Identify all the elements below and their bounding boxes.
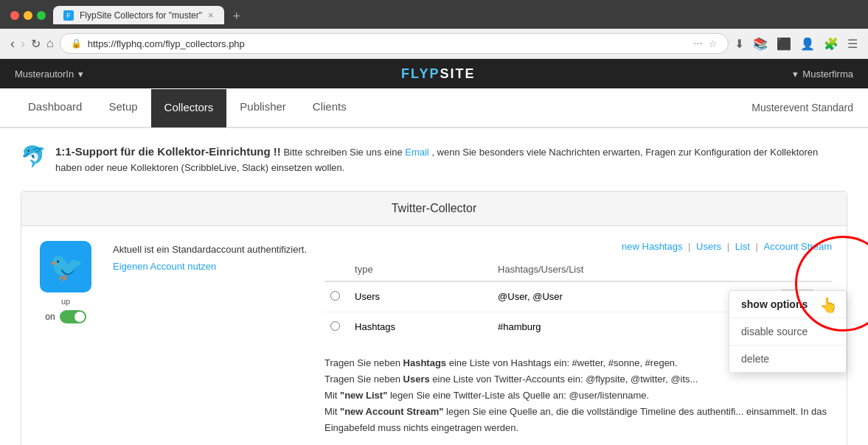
nav-clients[interactable]: Clients xyxy=(299,88,360,127)
col-type: type xyxy=(346,258,489,281)
table-section: new Hashtags | Users | List | Account St… xyxy=(324,241,832,436)
support-email-link[interactable]: Email xyxy=(405,147,429,158)
tab-close-icon[interactable]: × xyxy=(208,10,214,21)
sep2: | xyxy=(727,241,732,252)
col-value: Hashtags/Users/List xyxy=(489,258,743,281)
brand-suffix: Site xyxy=(440,66,475,81)
toggle-thumb xyxy=(74,312,85,322)
brand-prefix: Flyp xyxy=(401,66,440,81)
company-dropdown-icon: ▾ xyxy=(793,69,798,80)
account-link[interactable]: Eigenen Account nutzen xyxy=(113,261,216,272)
ellipsis-icon: ··· xyxy=(693,37,703,50)
collector-body: 🐦 up on Aktuell ist ein Standardaccount … xyxy=(21,226,847,445)
row2-value: #hamburg xyxy=(489,312,743,342)
traffic-lights xyxy=(10,11,46,20)
table-wrapper: type Hashtags/Users/List Users xyxy=(324,258,832,342)
app-header: MusterautorIn ▾ FlypSite ▾ Musterfirma xyxy=(0,59,868,88)
row2-radio-cell xyxy=(324,312,346,342)
dropdown-item-disable-source[interactable]: disable source xyxy=(729,318,846,345)
forward-button[interactable]: › xyxy=(21,36,25,52)
col-radio xyxy=(324,258,346,281)
bookmark-icon: ☆ xyxy=(709,38,718,49)
nav-setup[interactable]: Setup xyxy=(95,88,150,127)
row2-radio[interactable] xyxy=(330,321,340,331)
content: 🐬 1:1-Support für die Kollektor-Einricht… xyxy=(0,128,868,445)
sep3: | xyxy=(756,241,761,252)
traffic-light-yellow[interactable] xyxy=(24,11,32,20)
row1-value: @User, @User xyxy=(489,281,743,312)
refresh-button[interactable]: ↻ xyxy=(31,37,41,51)
account-stream-link[interactable]: Account Stream xyxy=(764,241,833,252)
support-body: Bitte schreiben Sie uns eine xyxy=(283,147,405,158)
extensions-icon[interactable]: 🧩 xyxy=(824,37,839,51)
nav-dashboard[interactable]: Dashboard xyxy=(15,88,95,127)
table-actions: new Hashtags | Users | List | Account St… xyxy=(324,241,832,252)
nav-publisher[interactable]: Publisher xyxy=(226,88,299,127)
dropdown-item-delete[interactable]: delete xyxy=(729,346,846,372)
user-dropdown-icon: ▾ xyxy=(78,69,83,80)
profile-icon[interactable]: 👤 xyxy=(800,37,815,51)
tab-title: FlypSite Collectors for "muster" xyxy=(80,10,202,21)
users-link[interactable]: Users xyxy=(696,241,721,252)
address-bar[interactable]: 🔒 https://flyphq.com/flyp_collectors.php… xyxy=(60,33,729,54)
dropdown-item-show-options[interactable]: show options xyxy=(729,291,846,318)
browser-toolbar-icons: ⬇ 📚 ⬛ 👤 🧩 ☰ xyxy=(735,37,858,51)
browser-toolbar: ‹ › ↻ ⌂ 🔒 https://flyphq.com/flyp_collec… xyxy=(0,29,868,59)
account-text: Aktuell ist ein Standardaccount authenti… xyxy=(113,244,307,255)
account-info: Aktuell ist ein Standardaccount authenti… xyxy=(113,241,307,272)
browser-chrome: F FlypSite Collectors for "muster" × + xyxy=(0,0,868,29)
dropdown-menu: show options disable source delete xyxy=(729,290,847,373)
desc-line-4: Mit "new Account Stream" legen Sie eine … xyxy=(324,404,832,436)
main-nav: Dashboard Setup Collectors Publisher Cli… xyxy=(0,88,868,128)
support-banner: 🐬 1:1-Support für die Kollektor-Einricht… xyxy=(21,143,847,176)
desc-line-2: Tragen Sie neben Users eine Liste von Tw… xyxy=(324,371,832,388)
row1-type: Users xyxy=(346,281,489,312)
header-user[interactable]: MusterautorIn ▾ xyxy=(15,69,83,80)
header-company[interactable]: ▾ Musterfirma xyxy=(793,69,853,80)
list-link[interactable]: List xyxy=(735,241,750,252)
menu-icon[interactable]: ☰ xyxy=(847,37,858,51)
company-label: Musterfirma xyxy=(802,69,853,80)
support-text: 1:1-Support für die Kollektor-Einrichtun… xyxy=(55,143,847,176)
twitter-section: 🐦 up on xyxy=(36,241,95,323)
col-actions xyxy=(743,258,832,281)
dolphin-icon: 🐬 xyxy=(21,144,46,169)
traffic-light-red[interactable] xyxy=(10,11,19,20)
row1-radio-cell xyxy=(324,281,346,312)
lock-icon: 🔒 xyxy=(71,38,82,49)
nav-collectors[interactable]: Collectors xyxy=(151,89,227,127)
back-button[interactable]: ‹ xyxy=(10,36,15,52)
toggle-switch[interactable] xyxy=(60,310,86,323)
collector-section: Twitter-Collector 🐦 up on Aktuell ist ei… xyxy=(21,191,847,445)
traffic-light-green[interactable] xyxy=(37,11,46,20)
brand-logo: FlypSite xyxy=(401,66,475,82)
sep1: | xyxy=(688,241,693,252)
twitter-logo: 🐦 xyxy=(40,241,91,292)
toggle-label: on xyxy=(45,312,55,322)
screen-icon[interactable]: ⬛ xyxy=(777,37,791,51)
tab-favicon: F xyxy=(63,10,74,21)
home-button[interactable]: ⌂ xyxy=(46,37,54,50)
user-label: MusterautorIn xyxy=(15,69,74,80)
nav-event: Musterevent Standard xyxy=(751,102,853,113)
url-text: https://flyphq.com/flyp_collectors.php xyxy=(88,38,687,49)
row2-type: Hashtags xyxy=(346,312,489,342)
support-title: 1:1-Support für die Kollektor-Einrichtun… xyxy=(55,145,281,158)
collector-header: Twitter-Collector xyxy=(21,192,847,226)
download-icon[interactable]: ⬇ xyxy=(735,37,744,51)
browser-tab-active[interactable]: F FlypSite Collectors for "muster" × xyxy=(53,6,224,24)
new-hashtags-link[interactable]: new Hashtags xyxy=(622,241,682,252)
new-tab-button[interactable]: + xyxy=(227,9,247,24)
twitter-toggle: on xyxy=(45,310,86,323)
library-icon[interactable]: 📚 xyxy=(753,37,768,51)
nav-links: Dashboard Setup Collectors Publisher Cli… xyxy=(15,88,360,127)
row1-radio[interactable] xyxy=(330,291,340,301)
desc-line-3: Mit "new List" legen Sie eine Twitter-Li… xyxy=(324,388,832,404)
twitter-status-label: up xyxy=(61,297,70,306)
